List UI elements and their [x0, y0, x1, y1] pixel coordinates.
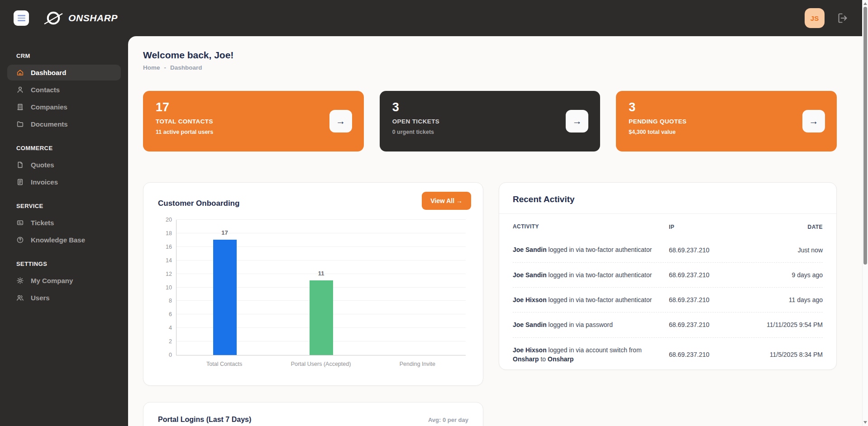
activity-table: ACTIVITY IP DATE Joe Sandin logged in vi… [499, 214, 836, 371]
home-icon [16, 69, 24, 76]
sidebar-item-dashboard[interactable]: Dashboard [7, 65, 121, 80]
bar-value-label: 17 [221, 229, 228, 236]
scrollbar-thumb[interactable] [863, 7, 867, 265]
sidebar-section-settings: SETTINGS [7, 260, 121, 267]
x-axis-label: Total Contacts [176, 361, 272, 367]
stat-value: 3 [392, 100, 588, 114]
sidebar-item-label: Dashboard [31, 69, 66, 76]
topbar-actions: JS [805, 8, 849, 28]
customer-onboarding-card: Customer Onboarding View All → 024681012… [143, 182, 483, 386]
bar-slot: 11 [273, 220, 369, 355]
file-icon [16, 161, 24, 169]
activity-row: Joe Hixson logged in via account switch … [513, 337, 823, 372]
y-axis-tick: 12 [166, 271, 172, 277]
sidebar-item-label: Contacts [31, 86, 60, 94]
activity-text: Joe Sandin logged in via two-factor auth… [513, 270, 669, 279]
activity-row: Joe Sandin logged in via two-factor auth… [513, 237, 823, 262]
sidebar-item-users[interactable]: Users [7, 290, 121, 306]
avatar[interactable]: JS [805, 8, 825, 28]
bar-portal-users-accepted[interactable] [310, 280, 333, 355]
col-ip: IP [669, 224, 748, 230]
sidebar-item-companies[interactable]: Companies [7, 99, 121, 115]
portal-logins-average: Avg: 0 per day [428, 417, 468, 423]
sidebar-item-label: Users [31, 294, 50, 302]
sidebar-item-label: Invoices [31, 178, 58, 186]
sidebar-item-label: My Company [31, 277, 73, 284]
stat-subtext: $4,300 total value [629, 129, 824, 135]
activity-date: 11 days ago [748, 296, 823, 303]
sidebar-section-service: SERVICE [7, 203, 121, 209]
scrollbar-up-arrow[interactable] [863, 2, 867, 5]
onsharp-logo-icon [43, 9, 63, 27]
recent-activity-title: Recent Activity [513, 194, 823, 204]
stat-value: 17 [156, 100, 351, 114]
arrow-right-icon[interactable]: → [802, 110, 825, 133]
sidebar-item-contacts[interactable]: Contacts [7, 82, 121, 98]
breadcrumb-current[interactable]: Dashboard [170, 64, 202, 71]
stat-cards-row: 17TOTAL CONTACTS11 active portal users→3… [143, 91, 837, 151]
x-axis-label: Portal Users (Accepted) [272, 361, 369, 367]
portal-logins-card: Portal Logins (Last 7 Days) Avg: 0 per d… [143, 402, 483, 426]
brand-logo[interactable]: ONSHARP [43, 9, 118, 27]
sidebar-item-label: Documents [31, 120, 68, 128]
y-axis-tick: 14 [166, 257, 172, 264]
activity-row: Joe Sandin logged in via password68.69.2… [513, 312, 823, 337]
vertical-scrollbar[interactable] [862, 0, 868, 426]
stat-subtext: 11 active portal users [156, 129, 351, 135]
brand-name: ONSHARP [68, 13, 118, 24]
sidebar-item-tickets[interactable]: Tickets [7, 215, 121, 231]
bar-total-contacts[interactable] [213, 240, 237, 355]
sidebar-item-knowledge-base[interactable]: Knowledge Base [7, 232, 121, 248]
sidebar-item-my-company[interactable]: My Company [7, 273, 121, 289]
sidebar-item-quotes[interactable]: Quotes [7, 157, 121, 173]
logout-icon[interactable] [837, 12, 849, 24]
bar-slot [369, 220, 466, 355]
sidebar-item-label: Knowledge Base [31, 236, 85, 244]
activity-ip: 68.69.237.210 [669, 246, 748, 254]
activity-date: 11/5/2025 8:34 PM [748, 351, 823, 358]
activity-row: Joe Hixson logged in via two-factor auth… [513, 287, 823, 312]
stat-card-total-contacts[interactable]: 17TOTAL CONTACTS11 active portal users→ [143, 91, 364, 151]
y-axis-tick: 16 [166, 244, 172, 250]
user-icon [16, 86, 24, 94]
stat-label: OPEN TICKETS [392, 118, 588, 125]
portal-logins-title: Portal Logins (Last 7 Days) [158, 416, 251, 424]
hamburger-icon [18, 15, 25, 16]
breadcrumb-home[interactable]: Home [143, 64, 160, 71]
dashboard-widgets-row: Customer Onboarding View All → 024681012… [143, 182, 837, 386]
scrollbar-down-arrow[interactable] [863, 421, 867, 424]
stat-card-open-tickets[interactable]: 3OPEN TICKETS0 urgent tickets→ [380, 91, 601, 151]
bar-chart: 024681012141618201711 Total ContactsPort… [176, 220, 466, 367]
sidebar-section-commerce: COMMERCE [7, 145, 121, 151]
page-title: Welcome back, Joe! [143, 50, 837, 61]
activity-ip: 68.69.237.210 [669, 321, 748, 328]
sidebar-item-label: Tickets [31, 219, 54, 227]
arrow-right-icon[interactable]: → [566, 110, 588, 133]
sidebar-item-documents[interactable]: Documents [7, 116, 121, 132]
activity-ip: 68.69.237.210 [669, 271, 748, 279]
help-icon [16, 236, 24, 244]
y-axis-tick: 8 [169, 298, 172, 304]
activity-text: Joe Hixson logged in via two-factor auth… [513, 295, 669, 304]
activity-row: Joe Sandin logged in via two-factor auth… [513, 262, 823, 287]
topbar: ONSHARP JS [0, 0, 868, 36]
arrow-right-icon[interactable]: → [329, 110, 352, 133]
menu-toggle-button[interactable] [14, 10, 29, 26]
stat-card-pending-quotes[interactable]: 3PENDING QUOTES$4,300 total value→ [616, 91, 837, 151]
y-axis-tick: 18 [166, 230, 172, 237]
sidebar-item-invoices[interactable]: Invoices [7, 174, 121, 190]
col-activity: ACTIVITY [513, 223, 669, 231]
main-content: Welcome back, Joe! Home - Dashboard 17TO… [128, 36, 868, 426]
bar-value-label: 11 [318, 270, 324, 277]
activity-date: 11/11/2025 9:54 PM [748, 321, 823, 328]
recent-activity-card: Recent Activity ACTIVITY IP DATE Joe San… [499, 182, 837, 370]
y-axis-tick: 0 [169, 352, 172, 358]
activity-date: Just now [748, 246, 823, 254]
users-icon [16, 294, 24, 302]
stat-label: TOTAL CONTACTS [156, 118, 351, 125]
sidebar-item-label: Companies [31, 103, 67, 111]
x-axis-label: Pending Invite [369, 361, 466, 367]
sidebar-item-label: Quotes [31, 161, 54, 169]
view-all-button[interactable]: View All → [422, 192, 471, 210]
y-axis-tick: 4 [169, 325, 172, 331]
